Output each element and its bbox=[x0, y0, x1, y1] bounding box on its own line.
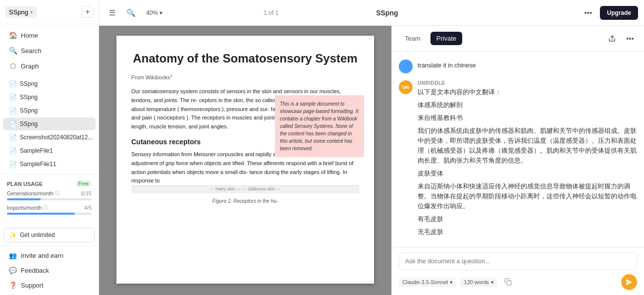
sidebar-item-home[interactable]: 🏠 Home bbox=[3, 28, 96, 43]
file-label: Screenshot20240820at12... bbox=[20, 134, 93, 141]
file-item-sspng1[interactable]: 📄 SSpng bbox=[3, 77, 96, 90]
generations-row: Generations/month ⓘ 6/15 bbox=[7, 190, 92, 200]
file-label: SSpng bbox=[20, 80, 38, 87]
send-button[interactable] bbox=[621, 274, 637, 290]
plan-title: PLAN USAGE bbox=[7, 181, 43, 187]
more-options-panel-icon[interactable]: ••• bbox=[623, 32, 637, 46]
home-icon: 🏠 bbox=[9, 31, 17, 39]
file-icon: 📄 bbox=[9, 107, 16, 114]
document-area: Anatomy of the Somatosensory System From… bbox=[99, 26, 644, 295]
response-p6: 有毛皮肤 bbox=[418, 214, 637, 224]
doc-ruler: ← Hairy skin → ← Glabrous skin → bbox=[131, 185, 359, 193]
zoom-control[interactable]: 40% ▾ bbox=[143, 8, 166, 18]
more-options-icon[interactable]: ••• bbox=[581, 6, 595, 20]
file-label: SampleFile11 bbox=[20, 161, 56, 168]
sidebar-item-graph[interactable]: ⬡ Graph bbox=[3, 59, 96, 73]
file-icon: 📄 bbox=[9, 94, 16, 101]
doc-figure-caption: Figure 1: Receptors in the hu- bbox=[131, 197, 359, 205]
model-selector[interactable]: Claude-3.5-Sonnet ▾ bbox=[399, 278, 456, 287]
sidebar-item-support[interactable]: ❓ Support bbox=[3, 278, 96, 293]
tab-private[interactable]: Private bbox=[430, 32, 462, 45]
workspace-name: SSpng bbox=[9, 8, 28, 16]
response-p7: 无毛皮肤 bbox=[418, 227, 637, 237]
copy-icon[interactable] bbox=[501, 275, 515, 289]
file-item-sspng3[interactable]: 📄 SSpng bbox=[3, 104, 96, 117]
footnote: 1 bbox=[170, 73, 172, 78]
search-toolbar-icon[interactable]: 🔍 bbox=[124, 6, 138, 20]
upgrade-button[interactable]: Upgrade bbox=[600, 6, 638, 20]
bot-response-text: 以下是文本内容的中文翻译： 体感系统的解剖 来自维基教科书 我们的体感系统由皮肤… bbox=[418, 87, 637, 237]
page-info: 1 of 1 bbox=[171, 9, 371, 16]
word-count-selector[interactable]: 120 words ▾ bbox=[460, 278, 497, 287]
imports-progress bbox=[7, 213, 92, 215]
search-icon: 🔍 bbox=[9, 47, 17, 55]
sparkle-icon: ✨ bbox=[9, 232, 17, 238]
tab-team[interactable]: Team bbox=[399, 32, 427, 45]
add-button[interactable]: + bbox=[82, 6, 94, 18]
sidebar-item-search[interactable]: 🔍 Search bbox=[3, 43, 96, 58]
bot-message: UN UNRIDDLE 以下是文本内容的中文翻译： 体感系统的解剖 来自维基教科… bbox=[399, 80, 637, 240]
file-label: SSpng bbox=[20, 94, 38, 101]
sidebar-item-label: Home bbox=[21, 32, 38, 39]
file-item-screenshot[interactable]: 📄 Screenshot20240820at12... bbox=[3, 131, 96, 144]
file-icon: 📄 bbox=[9, 147, 16, 154]
ai-input-footer: Claude-3.5-Sonnet ▾ 120 words ▾ bbox=[399, 274, 637, 290]
doc-title: Anatomy of the Somatosensory System bbox=[131, 51, 359, 66]
document-page: Anatomy of the Somatosensory System From… bbox=[116, 36, 374, 284]
ai-question-input[interactable] bbox=[405, 258, 631, 265]
ai-input-area: Claude-3.5-Sonnet ▾ 120 words ▾ bbox=[392, 247, 644, 295]
user-message: translate it in chinese bbox=[399, 59, 637, 73]
sidebar-item-label: Graph bbox=[21, 62, 39, 70]
sidebar-nav: 🏠 Home 🔍 Search ⬡ Graph bbox=[0, 24, 99, 77]
file-item-sspng4[interactable]: 📄 SSpng bbox=[3, 118, 96, 130]
ai-panel: Team Private ••• translate it in chinese bbox=[391, 26, 644, 295]
toolbar-title: SSpng bbox=[376, 9, 576, 17]
sidebar-item-invite[interactable]: 👥 Invite and earn bbox=[3, 248, 96, 263]
plan-section: PLAN USAGE Free Generations/month ⓘ 6/15… bbox=[0, 174, 99, 225]
sidebar-item-label: Search bbox=[21, 47, 41, 55]
imports-count: 4/5 bbox=[84, 205, 92, 211]
feedback-label: Feedback bbox=[21, 267, 49, 274]
imports-label: Imports/month ⓘ bbox=[7, 204, 48, 211]
user-query-text: translate it in chinese bbox=[418, 59, 476, 73]
file-icon: 📄 bbox=[9, 134, 16, 141]
info-icon: ⓘ bbox=[55, 190, 60, 197]
model-label: Claude-3.5-Sonnet bbox=[402, 279, 448, 285]
invite-label: Invite and earn bbox=[21, 252, 63, 259]
generations-count: 6/15 bbox=[81, 190, 92, 196]
support-icon: ❓ bbox=[9, 282, 17, 289]
imports-row: Imports/month ⓘ 4/5 bbox=[7, 204, 92, 215]
get-unlimited-label: Get unlimited bbox=[20, 232, 55, 238]
ai-messages: translate it in chinese UN UNRIDDLE 以下是文… bbox=[392, 52, 644, 247]
get-unlimited-button[interactable]: ✨ Get unlimited bbox=[4, 228, 95, 242]
file-icon: 📄 bbox=[9, 120, 16, 127]
sidebar-toggle-icon[interactable]: ☰ bbox=[105, 6, 119, 20]
share-icon[interactable] bbox=[605, 32, 619, 46]
file-item-sspng2[interactable]: 📄 SSpng bbox=[3, 91, 96, 104]
user-avatar bbox=[399, 59, 413, 73]
file-item-samplefile1[interactable]: 📄 SampleFile1 bbox=[3, 144, 96, 157]
response-intro: 以下是文本内容的中文翻译： bbox=[418, 87, 637, 97]
chevron-down-icon: ▾ bbox=[30, 9, 33, 15]
invite-icon: 👥 bbox=[9, 252, 17, 259]
doc-two-col: Our somatosensory system consists of sen… bbox=[131, 87, 359, 131]
ai-input-box bbox=[399, 252, 637, 270]
sidebar-bottom: 👥 Invite and earn 💬 Feedback ❓ Support bbox=[0, 245, 99, 295]
document-viewer[interactable]: Anatomy of the Somatosensory System From… bbox=[99, 26, 391, 295]
feedback-icon: 💬 bbox=[9, 267, 17, 274]
word-count-chevron-icon: ▾ bbox=[491, 279, 494, 286]
sidebar-top: SSpng ▾ + bbox=[0, 0, 99, 24]
file-icon: 📄 bbox=[9, 161, 16, 168]
ai-header-icons: ••• bbox=[605, 32, 637, 46]
file-item-samplefile11[interactable]: 📄 SampleFile11 bbox=[3, 158, 96, 171]
file-icon: 📄 bbox=[9, 80, 16, 87]
generations-progress bbox=[7, 198, 92, 200]
sidebar-item-feedback[interactable]: 💬 Feedback bbox=[3, 263, 96, 278]
file-label: SampleFile1 bbox=[20, 147, 53, 154]
sidebar: SSpng ▾ + 🏠 Home 🔍 Search ⬡ Graph 📄 SSpn… bbox=[0, 0, 99, 295]
doc-callout: This is a sample document to showcase pa… bbox=[275, 95, 364, 157]
generations-fill bbox=[7, 198, 41, 200]
workspace-selector[interactable]: SSpng ▾ bbox=[5, 6, 37, 18]
file-label: SSpng bbox=[20, 107, 38, 114]
zoom-level: 40% bbox=[146, 9, 158, 16]
